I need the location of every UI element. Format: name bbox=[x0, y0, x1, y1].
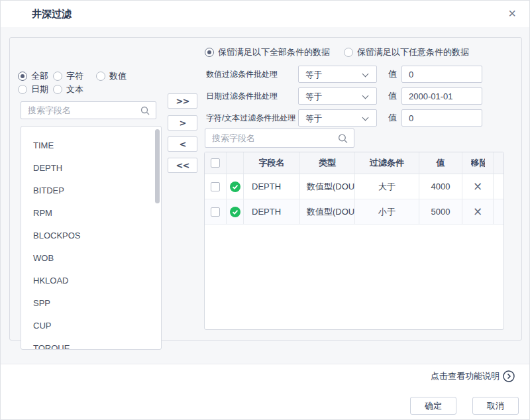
conditions-table: 字段名 类型 过滤条件 值 移除 DEPTH 数值型(DOUBLE bbox=[204, 152, 504, 330]
batch-row-label: 数值过滤条件批处理 bbox=[206, 69, 278, 80]
list-scrollbar-thumb[interactable] bbox=[155, 129, 160, 203]
list-item[interactable]: TIME bbox=[21, 134, 161, 157]
radio-keep-any-condition[interactable]: 保留满足以下任意条件的数据 bbox=[344, 47, 469, 58]
numeric-operator-select[interactable]: 等于 bbox=[298, 66, 377, 83]
list-item[interactable]: HKLOAD bbox=[21, 270, 161, 292]
table-header-row: 字段名 类型 过滤条件 值 移除 bbox=[205, 152, 504, 174]
list-item[interactable]: DEPTH bbox=[21, 157, 161, 180]
row-checkbox[interactable] bbox=[211, 207, 220, 217]
radio-type-date[interactable]: 日期 bbox=[18, 84, 48, 95]
cell-field: DEPTH bbox=[244, 199, 300, 224]
remove-row-icon[interactable]: × bbox=[473, 181, 482, 192]
status-header-cell bbox=[227, 152, 244, 174]
list-item[interactable]: CUP bbox=[21, 315, 161, 337]
numeric-value-input[interactable] bbox=[409, 66, 479, 82]
green-check-icon bbox=[230, 207, 240, 217]
table-row: DEPTH 数值型(DOUBLE) 小于 5000 × bbox=[205, 199, 504, 225]
ok-button[interactable]: 确定 bbox=[410, 397, 456, 415]
header-type: 类型 bbox=[300, 152, 355, 174]
radio-type-text[interactable]: 文本 bbox=[53, 84, 83, 95]
radio-type-all[interactable]: 全部 bbox=[18, 71, 48, 81]
field-search-input[interactable] bbox=[28, 102, 137, 119]
cell-value: 4000 bbox=[419, 174, 462, 199]
list-item[interactable]: WOB bbox=[21, 247, 161, 270]
list-item[interactable]: SPP bbox=[21, 292, 161, 315]
value-label: 值 bbox=[388, 112, 397, 124]
close-icon[interactable]: × bbox=[508, 6, 516, 21]
dialog-footer: 点击查看功能说明 确定 取消 bbox=[1, 364, 530, 420]
date-operator-select[interactable]: 等于 bbox=[298, 87, 377, 105]
select-value: 等于 bbox=[305, 70, 322, 81]
radio-label: 文本 bbox=[66, 83, 83, 95]
header-value: 值 bbox=[419, 152, 462, 174]
search-icon bbox=[140, 106, 150, 115]
select-value: 等于 bbox=[305, 91, 322, 103]
well-depth-filter-dialog: 井深过滤 × 全部 字符 数值 日期 文本 bbox=[0, 0, 530, 420]
table-row: DEPTH 数值型(DOUBLE) 大于 4000 × bbox=[205, 174, 504, 199]
cell-condition: 大于 bbox=[355, 174, 419, 199]
list-item[interactable]: BLOCKPOS bbox=[21, 225, 161, 247]
radio-label: 字符 bbox=[66, 70, 83, 82]
radio-icon bbox=[96, 72, 105, 81]
cell-type: 数值型(DOUBLE) bbox=[300, 199, 355, 224]
radio-keep-all-conditions[interactable]: 保留满足以下全部条件的数据 bbox=[205, 47, 330, 58]
value-label: 值 bbox=[388, 90, 397, 102]
header-remove: 移除 bbox=[462, 152, 494, 174]
help-link-label: 点击查看功能说明 bbox=[431, 370, 500, 382]
circle-arrow-icon bbox=[503, 370, 515, 382]
list-item[interactable]: RPM bbox=[21, 202, 161, 225]
search-icon bbox=[338, 133, 348, 143]
dialog-content: 全部 字符 数值 日期 文本 TIME bbox=[1, 27, 530, 364]
radio-label: 保留满足以下任意条件的数据 bbox=[357, 46, 469, 58]
green-check-icon bbox=[230, 182, 240, 192]
table-search-input[interactable] bbox=[212, 129, 335, 147]
select-all-checkbox[interactable] bbox=[211, 158, 220, 168]
cell-condition: 小于 bbox=[355, 199, 419, 224]
value-label: 值 bbox=[388, 68, 397, 80]
radio-label: 数值 bbox=[109, 70, 127, 82]
radio-label: 全部 bbox=[31, 70, 48, 82]
cell-type: 数值型(DOUBLE) bbox=[300, 174, 355, 199]
text-operator-select[interactable]: 等于 bbox=[298, 109, 377, 127]
radio-label: 保留满足以下全部条件的数据 bbox=[218, 46, 330, 58]
cancel-button[interactable]: 取消 bbox=[472, 397, 519, 415]
date-value-input[interactable] bbox=[409, 88, 479, 104]
title-bar: 井深过滤 × bbox=[1, 1, 529, 27]
header-condition: 过滤条件 bbox=[355, 152, 419, 174]
field-search-box bbox=[21, 101, 156, 119]
text-value-input[interactable] bbox=[409, 110, 479, 126]
row-checkbox[interactable] bbox=[211, 182, 220, 191]
dialog-title: 井深过滤 bbox=[32, 8, 72, 21]
radio-type-char[interactable]: 字符 bbox=[53, 71, 83, 81]
radio-label: 日期 bbox=[31, 83, 48, 95]
list-item[interactable]: BITDEP bbox=[21, 180, 161, 202]
text-batch-row: 字符/文本过滤条件批处理 等于 值 bbox=[205, 109, 490, 127]
move-left-button[interactable]: < bbox=[168, 136, 197, 152]
cell-field: DEPTH bbox=[244, 174, 300, 199]
numeric-value-box bbox=[401, 66, 482, 83]
chevron-down-icon bbox=[363, 93, 368, 99]
list-item[interactable]: TORQUE bbox=[21, 337, 161, 350]
radio-icon bbox=[344, 48, 353, 57]
table-search-box bbox=[205, 129, 354, 148]
radio-icon bbox=[18, 85, 27, 94]
cell-value: 5000 bbox=[419, 199, 462, 224]
text-value-box bbox=[401, 109, 482, 127]
radio-selected-icon bbox=[205, 48, 214, 57]
batch-row-label: 日期过滤条件批处理 bbox=[206, 91, 278, 102]
remove-row-icon[interactable]: × bbox=[473, 206, 482, 217]
batch-row-label: 字符/文本过滤条件批处理 bbox=[206, 113, 295, 124]
field-list: TIME DEPTH BITDEP RPM BLOCKPOS WOB HKLOA… bbox=[21, 126, 162, 350]
radio-type-numeric[interactable]: 数值 bbox=[96, 71, 127, 81]
chevron-down-icon bbox=[363, 72, 368, 77]
help-link[interactable]: 点击查看功能说明 bbox=[431, 370, 515, 382]
select-value: 等于 bbox=[305, 113, 322, 125]
radio-icon bbox=[53, 72, 62, 81]
radio-icon bbox=[53, 85, 62, 94]
date-batch-row: 日期过滤条件批处理 等于 值 bbox=[205, 87, 490, 105]
move-right-button[interactable]: > bbox=[168, 115, 197, 131]
move-all-right-button[interactable]: >> bbox=[168, 93, 197, 109]
header-field: 字段名 bbox=[244, 152, 300, 174]
move-all-left-button[interactable]: << bbox=[168, 158, 197, 173]
radio-selected-icon bbox=[18, 72, 27, 81]
